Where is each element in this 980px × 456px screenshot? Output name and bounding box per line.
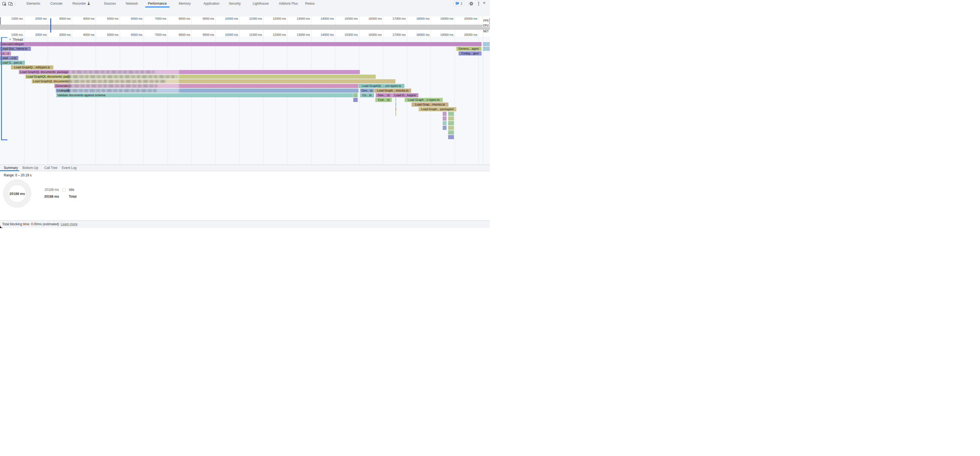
learn-more-link[interactable]: Learn more — [61, 222, 77, 226]
flame-bar[interactable]: Gen…ts — [360, 89, 374, 93]
tab-console[interactable]: Console — [48, 0, 65, 7]
time-tick-label: 3000 ms — [48, 17, 71, 20]
gridline — [239, 33, 240, 165]
legend-label: Idle — [69, 188, 74, 192]
time-tick-label: 15000 ms — [335, 33, 358, 37]
flame-bar[interactable]: Load Graph…/mocks.ts — [374, 89, 412, 93]
tab-sources[interactable]: Sources — [101, 0, 119, 7]
details-tab-call-tree[interactable]: Call Tree — [44, 165, 57, 171]
flame-bar[interactable]: Load G…pes.ts — [0, 61, 25, 65]
flask-icon — [87, 2, 90, 5]
tab-elements[interactable]: Elements — [24, 0, 43, 7]
time-tick-label: 16000 ms — [359, 17, 382, 20]
flame-bar[interactable] — [395, 107, 396, 111]
time-tick-label: 10000 ms — [215, 33, 238, 37]
gridline — [215, 33, 216, 165]
flame-bar-label: Load GraphQ…ed/types.ts — [11, 65, 53, 70]
flame-bar[interactable]: Load G…kages/ — [392, 93, 418, 97]
flame-bar[interactable] — [448, 116, 454, 121]
flame-bar[interactable]: Cod….ts — [376, 98, 392, 102]
flame-bar-label: Load G…kages/ — [392, 93, 418, 97]
time-tick-label: 19000 ms — [431, 17, 453, 20]
flame-bar[interactable] — [353, 93, 357, 97]
tab-label: Console — [50, 2, 62, 5]
flame-bar[interactable] — [443, 126, 447, 130]
flame-bar[interactable]: Co…ts — [360, 93, 374, 97]
time-tick-label: 7000 ms — [143, 17, 167, 20]
time-tick-label: 14000 ms — [311, 33, 334, 37]
timeline-overview[interactable]: 1000 ms2000 ms3000 ms4000 ms5000 ms6000 … — [0, 16, 490, 33]
time-tick-label: 7000 ms — [143, 33, 167, 37]
device-toolbar-icon[interactable] — [8, 2, 13, 6]
donut-total-label: 20188 ms — [3, 192, 31, 196]
flame-bar[interactable]: Validate documents against schema — [56, 93, 353, 97]
collapse-triangle-icon[interactable]: ▼ — [9, 38, 11, 41]
tab-recorder[interactable]: Recorder — [70, 0, 93, 7]
tab-memory[interactable]: Memory — [176, 0, 193, 7]
close-devtools-icon[interactable]: × — [483, 0, 485, 6]
flame-bar[interactable] — [448, 135, 454, 139]
tab-performance[interactable]: Performance — [145, 0, 170, 7]
selection-bracket-bottom-cap — [1, 140, 7, 140]
details-tab-event-log[interactable]: Event Log — [62, 165, 76, 171]
more-options-kebab-icon[interactable] — [476, 2, 481, 6]
flame-bar[interactable] — [443, 116, 447, 121]
flame-bar[interactable]: Gen….ts — [376, 93, 392, 97]
flame-bar[interactable] — [448, 130, 454, 135]
flame-bar-label: Load GraphQL …urn-types.ts — [358, 84, 404, 88]
flame-bar[interactable] — [443, 112, 447, 116]
tab-lighthouse[interactable]: Lighthouse — [250, 0, 272, 7]
flame-bar[interactable]: Load Grap…/mocks.ts — [412, 103, 449, 106]
flame-bar[interactable]: Load GraphQL …urn-types.ts — [358, 84, 404, 88]
flame-bar[interactable] — [395, 112, 396, 116]
time-tick-label: 1000 ms — [0, 17, 23, 20]
tab-redux[interactable]: Redux — [302, 0, 317, 7]
inspect-element-icon[interactable] — [2, 2, 7, 6]
flame-bar[interactable] — [448, 126, 454, 130]
flame-bar[interactable] — [353, 98, 357, 102]
flame-bar[interactable] — [483, 47, 490, 51]
tab-security[interactable]: Security — [226, 0, 243, 7]
flame-bar[interactable]: Codeg…ges/ — [458, 51, 481, 56]
legend-swatch — [62, 188, 65, 191]
flame-bar-label: Co…ts — [360, 93, 374, 97]
settings-gear-icon[interactable] — [469, 2, 474, 6]
issues-count: 3 — [460, 2, 462, 6]
flame-bar[interactable]: Load …s.ts — [0, 56, 18, 60]
flame-bar[interactable] — [395, 103, 396, 106]
overview-left-handle[interactable] — [0, 17, 1, 25]
time-tick-label: 19000 ms — [431, 33, 453, 37]
flame-bar[interactable]: Load Graph…packages/ — [418, 107, 456, 111]
time-tick-label: 9000 ms — [191, 17, 215, 20]
tab-application[interactable]: Application — [201, 0, 222, 7]
gridline — [335, 33, 335, 165]
tab-adblock-plus[interactable]: Adblock Plus — [276, 0, 301, 7]
gridline — [24, 33, 24, 165]
flame-bar[interactable]: Load Gra…hema.ts — [0, 47, 31, 51]
overview-scrollbar-thumb[interactable] — [489, 18, 490, 24]
time-tick-label: 12000 ms — [263, 17, 286, 20]
flame-bar[interactable] — [443, 121, 447, 125]
details-tab-summary[interactable]: Summary — [4, 165, 18, 171]
time-tick-label: 14000 ms — [311, 17, 334, 20]
flame-bar[interactable] — [483, 42, 490, 46]
flame-chart[interactable]: 1000 ms2000 ms3000 ms4000 ms5000 ms6000 … — [0, 33, 490, 165]
flame-bar[interactable]: executeCodegen — [0, 42, 482, 46]
lane-label-fps: FPS — [483, 19, 489, 22]
tabbar-divider — [468, 2, 468, 6]
tab-network[interactable]: Network — [123, 0, 140, 7]
flame-bar[interactable] — [395, 98, 396, 102]
flame-bar-label: Gen….ts — [376, 93, 392, 97]
issues-counter[interactable]: 3 — [453, 1, 464, 6]
details-tab-bottom-up[interactable]: Bottom-Up — [22, 165, 38, 171]
time-tick-label: 18000 ms — [407, 17, 430, 20]
flame-bar[interactable]: Load GraphQ…ed/types.ts — [11, 65, 53, 70]
flame-bar-label: Load Graph…n-types.ts — [405, 98, 443, 102]
flame-bar[interactable] — [448, 121, 454, 125]
tab-label: Recorder — [72, 2, 86, 5]
flame-bar[interactable]: Load Graph…n-types.ts — [405, 98, 443, 102]
gridline — [311, 33, 312, 165]
flame-bar[interactable] — [448, 112, 454, 116]
time-tick-label: 13000 ms — [287, 17, 310, 20]
flame-bar[interactable]: Genera…ages/ — [457, 47, 482, 51]
